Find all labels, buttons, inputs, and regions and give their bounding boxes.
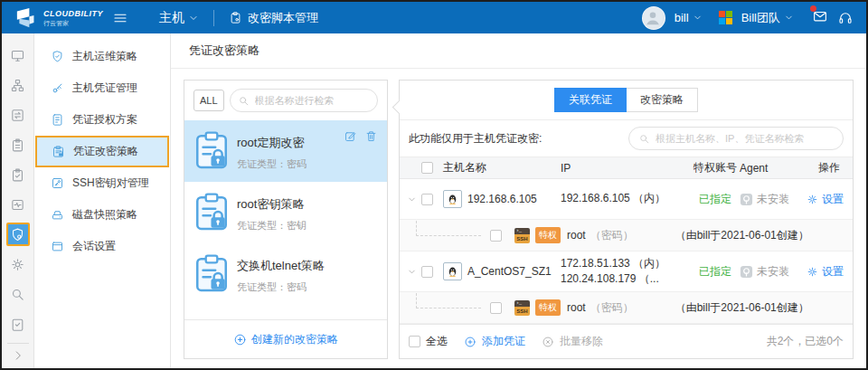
policy-type: 凭证类型：密码: [237, 157, 307, 171]
policy-search[interactable]: [230, 89, 378, 112]
add-credential-button[interactable]: 添加凭证: [464, 334, 525, 349]
row-checkbox[interactable]: [421, 266, 433, 278]
select-all-control[interactable]: 全选: [409, 334, 448, 349]
settings-button[interactable]: 设置: [796, 264, 845, 280]
expand-chevron-icon[interactable]: [407, 267, 421, 277]
edit-icon[interactable]: [344, 129, 357, 143]
sidebar-item-icon: [51, 81, 64, 95]
linux-os-icon: [443, 190, 462, 208]
batch-remove-label: 批量移除: [560, 334, 603, 349]
user-menu[interactable]: bill: [675, 11, 703, 24]
add-credential-label: 添加凭证: [482, 334, 525, 349]
gear-icon: [807, 266, 818, 278]
rail-item-sitemap[interactable]: [6, 71, 30, 100]
credential-row: SSH 特权 root （密码） （由bill于2021-06-01创建）: [400, 220, 853, 251]
row-checkbox[interactable]: [421, 194, 433, 205]
privileged-badge: 特权: [535, 299, 561, 316]
col-privileged: 特权账号: [691, 160, 740, 176]
rail-item-transfer[interactable]: [6, 100, 30, 130]
rail-item-gear[interactable]: [6, 250, 30, 280]
rail-icon: [10, 227, 25, 242]
page-tab[interactable]: 改密脚本管理: [229, 10, 318, 26]
create-policy-button[interactable]: 创建新的改密策略: [184, 319, 387, 358]
sidebar-item-6[interactable]: 会话设置: [34, 231, 170, 262]
plus-circle-icon: [233, 333, 247, 346]
x-circle-icon: [542, 336, 554, 348]
rail-icon: [10, 167, 25, 183]
sidebar-item-1[interactable]: 主机凭证管理: [34, 72, 170, 104]
top-bar: CLOUDBILITY 行云管家 主机 改密脚本管理 bill: [2, 2, 866, 33]
sidebar-item-0[interactable]: 主机运维策略: [34, 41, 170, 72]
breadcrumb: 凭证改密策略: [171, 33, 866, 69]
host-ip: 192.168.6.105 （内）: [561, 191, 691, 206]
rail-icon: [10, 108, 25, 123]
rail-item-clipboard[interactable]: [6, 130, 30, 160]
select-all-label: 全选: [426, 334, 448, 349]
privileged-status: 已指定: [691, 264, 740, 280]
credential-type: （密码）: [590, 228, 634, 243]
module-switcher[interactable]: 主机: [159, 10, 199, 26]
policy-item[interactable]: root定期改密 凭证类型：密码: [184, 120, 387, 182]
sidebar-item-4[interactable]: SSH密钥对管理: [34, 167, 170, 199]
hamburger-menu-icon[interactable]: [112, 10, 128, 26]
select-all-checkbox[interactable]: [409, 336, 420, 347]
page-tab-label: 改密脚本管理: [248, 10, 318, 26]
brand: CLOUDBILITY 行云管家: [14, 8, 103, 28]
credential-checkbox[interactable]: [490, 230, 502, 242]
tab-linked-credentials[interactable]: 关联凭证: [554, 88, 627, 112]
agent-status: 未安装: [757, 264, 789, 280]
policy-name: root定期改密: [237, 135, 307, 151]
tab-password-policy[interactable]: 改密策略: [627, 88, 698, 112]
host-row: A_CentOS7_SZ1 172.18.51.133 （内）120.24.10…: [400, 251, 853, 292]
support-headset-icon[interactable]: [837, 10, 854, 26]
policy-type: 凭证类型：密钥: [237, 219, 307, 232]
messages-button[interactable]: [812, 8, 828, 28]
batch-remove-button[interactable]: 批量移除: [542, 334, 603, 349]
chevron-down-icon: [784, 13, 794, 23]
clipboard-lock-icon: [195, 254, 228, 292]
host-name: A_CentOS7_SZ1: [467, 265, 552, 278]
sidebar-item-2[interactable]: 凭证授权方案: [34, 104, 170, 136]
sidebar-item-icon: [51, 113, 64, 127]
rail-icon: [10, 197, 25, 213]
policy-name: root密钥策略: [237, 196, 307, 213]
rail-item-monitor[interactable]: [6, 41, 30, 71]
brand-subtitle: 行云管家: [43, 20, 103, 26]
policy-type: 凭证类型：密码: [237, 280, 325, 294]
expand-chevron-icon[interactable]: [407, 194, 421, 204]
settings-button[interactable]: 设置: [796, 192, 845, 207]
sidebar-item-label: 凭证改密策略: [73, 144, 138, 159]
policy-item[interactable]: root密钥策略 凭证类型：密钥: [184, 182, 387, 243]
team-menu[interactable]: Bill团队: [741, 10, 794, 26]
sidebar-item-icon: [51, 50, 64, 63]
tree-connector: [416, 221, 481, 236]
sidebar-item-label: SSH密钥对管理: [72, 176, 149, 191]
filter-all-button[interactable]: ALL: [193, 90, 224, 111]
sidebar-item-5[interactable]: 磁盘快照策略: [34, 199, 170, 231]
unread-badge: [810, 5, 816, 12]
col-actions: 操作: [796, 160, 845, 176]
host-search[interactable]: [628, 127, 844, 150]
credential-checkbox[interactable]: [490, 302, 502, 314]
rail-item-task[interactable]: [6, 309, 30, 339]
col-ip: IP: [561, 162, 691, 175]
rail-item-search[interactable]: [6, 280, 30, 309]
rail-item-shield-gear[interactable]: [6, 223, 30, 246]
sidebar-item-3[interactable]: 凭证改密策略: [35, 136, 169, 167]
avatar[interactable]: [642, 6, 665, 30]
credential-created: （由bill于2021-06-01创建）: [675, 228, 809, 243]
policy-search-input[interactable]: [253, 94, 370, 107]
select-all-header-checkbox[interactable]: [421, 162, 433, 174]
policy-item[interactable]: 交换机telnet策略 凭证类型：密码: [184, 243, 387, 305]
expand-rail-icon[interactable]: [12, 349, 24, 369]
host-search-input[interactable]: [654, 132, 834, 145]
host-row-group: A_CentOS7_SZ1 172.18.51.133 （内）120.24.10…: [400, 251, 853, 324]
rail-item-activity[interactable]: [6, 190, 30, 220]
trash-icon[interactable]: [364, 129, 378, 143]
col-host: 主机名称: [443, 160, 561, 176]
brand-name: CLOUDBILITY: [43, 10, 103, 18]
host-name: 192.168.6.105: [467, 193, 537, 205]
sidebar-item-icon: [52, 145, 65, 158]
rail-item-clip-check[interactable]: [6, 160, 30, 190]
tree-connector: [416, 293, 481, 308]
